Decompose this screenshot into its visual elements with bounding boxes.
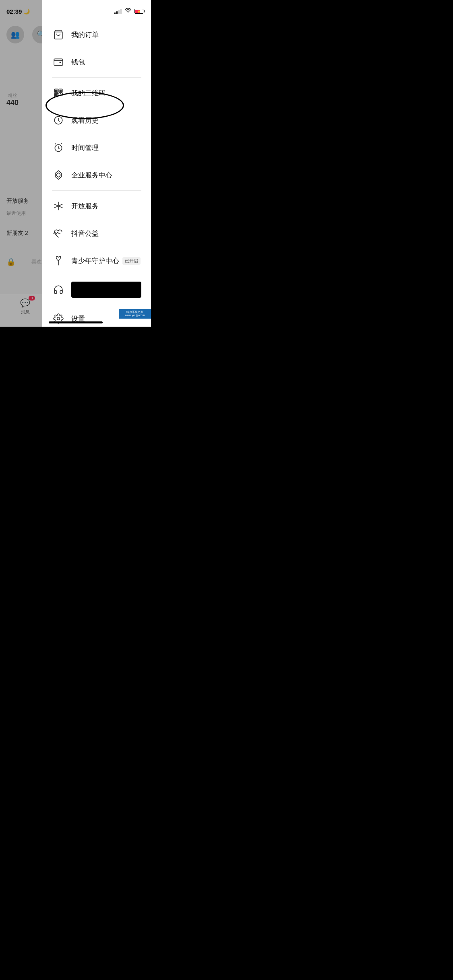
divider-2 [52, 190, 141, 191]
qrcode-icon [52, 86, 65, 99]
menu-item-youth[interactable]: 青少年守护中心 已开启 [42, 247, 151, 274]
menu-label-wallet: 钱包 [71, 58, 85, 67]
wallet-icon [52, 56, 65, 68]
watermark-text: 纯净系统之家 www.youjp.com [125, 311, 145, 317]
menu-label-history: 观看历史 [71, 116, 99, 125]
sprout-icon [52, 254, 65, 267]
menu-label-qrcode: 我的二维码 [71, 89, 105, 98]
youth-badge: 已开启 [122, 257, 141, 265]
battery-icon: ⚡ [134, 9, 145, 14]
menu-item-blacked[interactable] [42, 274, 151, 305]
cart-icon [52, 28, 65, 41]
menu-item-orders[interactable]: 我的订单 [42, 21, 151, 48]
svg-line-15 [55, 143, 56, 144]
menu-label-time-mgmt: 时间管理 [71, 143, 99, 152]
menu-label-youth: 青少年守护中心 [71, 256, 119, 266]
blacked-bar [71, 282, 141, 298]
svg-line-16 [61, 143, 62, 144]
side-drawer: ⚡ 我的订单 钱包 [42, 0, 151, 327]
diamond-icon [52, 169, 65, 181]
menu-label-enterprise: 企业服务中心 [71, 171, 112, 180]
menu-label-orders: 我的订单 [71, 30, 99, 39]
divider-1 [52, 77, 141, 78]
svg-marker-17 [55, 171, 61, 179]
menu-label-open-service: 开放服务 [71, 202, 99, 211]
watermark: 纯净系统之家 www.youjp.com [119, 309, 151, 319]
menu-item-wallet[interactable]: 钱包 [42, 48, 151, 76]
menu-item-enterprise[interactable]: 企业服务中心 [42, 161, 151, 189]
menu-item-charity[interactable]: 抖音公益 [42, 220, 151, 247]
menu-item-qrcode[interactable]: 我的二维码 [42, 79, 151, 107]
asterisk-icon [52, 200, 65, 212]
svg-marker-18 [57, 173, 60, 177]
svg-rect-7 [55, 94, 57, 96]
menu-item-open-service[interactable]: 开放服务 [42, 192, 151, 220]
alarm-icon [52, 141, 65, 154]
drawer-statusbar: ⚡ [42, 0, 151, 18]
home-indicator [49, 321, 103, 323]
svg-rect-6 [60, 90, 61, 91]
headset-icon [52, 283, 65, 296]
svg-point-22 [57, 317, 60, 320]
svg-rect-1 [54, 59, 63, 65]
menu-list: 我的订单 钱包 [42, 18, 151, 327]
wifi-icon [125, 8, 131, 15]
menu-label-charity: 抖音公益 [71, 229, 99, 238]
svg-rect-5 [55, 90, 57, 91]
menu-item-time-mgmt[interactable]: 时间管理 [42, 134, 151, 161]
signal-icon [114, 8, 122, 14]
clock-icon [52, 114, 65, 127]
menu-item-history[interactable]: 观看历史 [42, 107, 151, 134]
heart-beat-icon [52, 227, 65, 240]
